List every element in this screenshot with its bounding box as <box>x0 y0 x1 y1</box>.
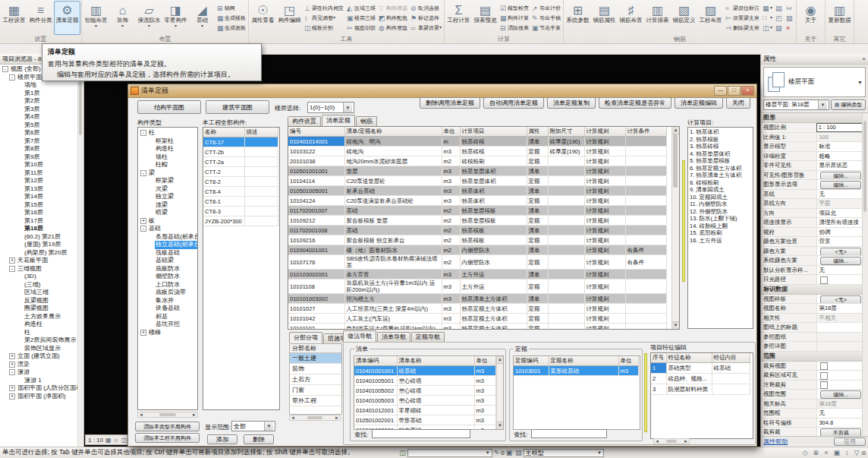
property-row[interactable]: 方向项目北 <box>761 209 863 219</box>
ribbon-small-rebar-tool-8[interactable]: ▧ <box>785 13 795 23</box>
list-find-input[interactable] <box>372 429 470 438</box>
browser-tree-item[interactable]: 第8层 <box>0 145 83 153</box>
property-edit-button[interactable]: 不剪裁 <box>820 428 861 436</box>
ribbon-button-misc-component[interactable]: ◨零星构件▾ <box>162 1 189 35</box>
chevron-down-icon[interactable]: ▾ <box>95 24 97 28</box>
tab-main-2[interactable]: 钢筋 <box>356 116 377 126</box>
chevron-down-icon[interactable]: ▾ <box>201 24 203 28</box>
property-row[interactable]: 参照图纸 <box>761 333 863 343</box>
ribbon-button-project-settings[interactable]: ▦工程设置 <box>1 1 27 35</box>
ribbon-small-single-beam-setting[interactable]: ═单梁设置▾ <box>409 23 443 33</box>
ribbon-small-component-filter[interactable]: ▽构件筛选 <box>377 3 409 13</box>
property-value[interactable]: 背景 <box>816 237 863 246</box>
checkbox[interactable] <box>820 362 828 370</box>
calc-item[interactable]: 3. 独基砖模 <box>688 143 753 150</box>
property-section-header[interactable]: 范围▴ <box>761 352 868 362</box>
list-row[interactable]: 010501002001带形基础m3 <box>354 415 495 425</box>
property-row[interactable]: 图纸上的标题 <box>761 323 863 333</box>
calc-item[interactable]: 12. 外侧壁防水 <box>688 208 753 216</box>
reverse-order-icon[interactable]: ↕ <box>845 449 849 456</box>
property-row[interactable]: 零件可见性显示原状态 <box>761 161 863 171</box>
browser-tree-item[interactable]: 第14层 <box>0 193 83 201</box>
browser-tree-item[interactable]: (3D) <box>0 273 83 281</box>
browser-tree-item[interactable]: 圈梁视图 <box>0 305 83 313</box>
ribbon-small-mark-selection[interactable]: ⚑标记选件 <box>409 13 443 23</box>
clear-project-unused-button[interactable]: 清除本工程不用构件 <box>135 433 200 443</box>
dialog-action-button[interactable]: 清单定额编辑 <box>675 97 723 109</box>
tab-main-0[interactable]: 构件设置 <box>288 116 321 126</box>
type-tree-item[interactable]: +楼梯 <box>138 329 197 337</box>
property-edit-button[interactable]: 编辑... <box>820 172 861 180</box>
property-value[interactable] <box>816 381 863 390</box>
browser-tree-item[interactable]: 第16层 <box>0 209 83 217</box>
type-tree-item[interactable]: 条形基础(桩承台) <box>138 233 197 242</box>
tab-nav-0[interactable]: 做法导航 <box>343 330 376 342</box>
quota-grid-row[interactable]: 10109216胶合板模板 独立桩承台m2独基模板定额计算规则 <box>288 235 666 245</box>
tree-expander-icon[interactable]: + <box>140 330 146 336</box>
ribbon-small-component-calculation[interactable]: ▦构件计算 <box>498 13 530 23</box>
feature-row[interactable]: 1基础类型砖基础 <box>651 363 750 374</box>
type-tree-item[interactable]: 墙柱 <box>138 153 197 162</box>
tree-expander-icon[interactable]: + <box>9 385 15 391</box>
property-value[interactable]: 无 <box>816 266 863 275</box>
property-value[interactable] <box>816 371 863 380</box>
properties-scrollbar[interactable] <box>862 113 868 436</box>
browser-tree-item[interactable]: 第15层 <box>0 201 83 210</box>
feature-hscrollbar[interactable]: ◄► <box>653 438 690 444</box>
browser-tree-item[interactable]: 场地 <box>0 81 83 90</box>
chevron-down-icon[interactable]: ▼ <box>343 103 352 112</box>
ribbon-small-beam-column-intersect[interactable]: ⊥梁在柱内相交 <box>303 3 345 13</box>
calc-item[interactable]: 10. 定额回填土 <box>688 194 753 201</box>
tree-expander-icon[interactable]: - <box>140 170 146 176</box>
browser-tree-item[interactable]: (三维) <box>0 281 83 289</box>
architectural-plan-button[interactable]: 建筑平面图 <box>206 100 269 114</box>
quota-grid-row[interactable]: 010101003002挖沟槽土方m3独基清单土方体积清单计算规则 <box>288 294 666 304</box>
minimize-button[interactable]: — <box>714 86 727 96</box>
component-row[interactable]: CT8-4 <box>203 187 278 197</box>
property-value[interactable]: 协调 <box>816 228 863 237</box>
chevron-down-icon[interactable]: ▾ <box>770 16 772 20</box>
type-tree-item[interactable]: +板 <box>138 217 197 226</box>
property-section-header[interactable]: 图形▴ <box>761 113 868 123</box>
sun-path-icon[interactable]: ☼ <box>114 437 119 444</box>
property-row[interactable]: 颜色方案位置背景 <box>761 237 863 247</box>
column-header[interactable]: 附加尺寸 <box>548 127 584 137</box>
property-value[interactable]: 不剪裁 <box>816 428 863 436</box>
chevron-down-icon[interactable]: ▾ <box>121 24 124 28</box>
property-row[interactable]: 默认分析显示样...无 <box>761 266 863 276</box>
quota-grid-row[interactable]: 10104114C20泵送垫层砼m3独基垫层体积定额计算规则 <box>288 176 666 186</box>
chevron-down-icon[interactable]: ▼ <box>595 450 602 455</box>
browser-tree-item[interactable]: +天花板平面 <box>0 257 83 265</box>
browser-tree-item[interactable]: (构架层) 第20层 <box>0 249 83 257</box>
ribbon-small-node-manual-calculation[interactable]: ▣节点手算 <box>530 23 562 33</box>
property-value[interactable]: 显示原状态 <box>816 161 863 170</box>
column-header[interactable]: 特征内容 <box>712 353 750 363</box>
browser-tree-item[interactable]: 第2层 <box>0 97 83 106</box>
quota-grid-row[interactable]: 10104124C20泵送满堂桩承台基础砼m3独基体积定额计算规则 <box>288 196 666 206</box>
property-edit-button[interactable]: <无> <box>820 248 861 256</box>
property-value[interactable]: 1 : 100 <box>816 123 863 132</box>
type-tree-item[interactable]: 上口防水 <box>138 281 197 289</box>
property-row[interactable]: 裁剪视图 <box>761 362 863 371</box>
browser-tree-item[interactable]: 装饰区域显示 <box>0 345 83 353</box>
type-tree-item[interactable]: 基坑开挖 <box>138 321 197 329</box>
exclude-options-icon[interactable]: × <box>824 449 828 456</box>
column-header[interactable]: 单位 <box>474 356 495 366</box>
property-row[interactable]: 日光路径 <box>761 275 863 285</box>
property-row[interactable]: 注释裁剪 <box>761 381 863 390</box>
property-value[interactable]: 编辑... <box>816 256 863 265</box>
component-row[interactable]: CTT-2b <box>203 147 278 157</box>
type-tree-item[interactable]: 构造柱 <box>138 145 197 153</box>
column-header[interactable]: 属性 <box>527 127 548 137</box>
quota-grid-row[interactable]: 010501005001桩承台基础m3独基体积清单计算规则 <box>288 186 666 196</box>
list-row[interactable]: 010401005002空心砖墙m3 <box>354 386 495 396</box>
tree-expander-icon[interactable]: - <box>2 66 8 72</box>
display-range-dropdown[interactable]: 全部 ▼ <box>231 421 275 431</box>
checkbox[interactable] <box>820 276 828 284</box>
ribbon-small-delete-beam-support[interactable]: ⊣删除梁支座 <box>724 23 761 33</box>
browser-tree-item[interactable]: 反梁视图 <box>0 297 83 305</box>
browser-tree-item[interactable]: 第3层 <box>0 106 83 114</box>
scroll-down-icon[interactable]: ▼ <box>497 422 503 429</box>
tree-expander-icon[interactable]: - <box>9 266 15 272</box>
calc-item[interactable]: 16. 土方外运 <box>688 237 753 245</box>
